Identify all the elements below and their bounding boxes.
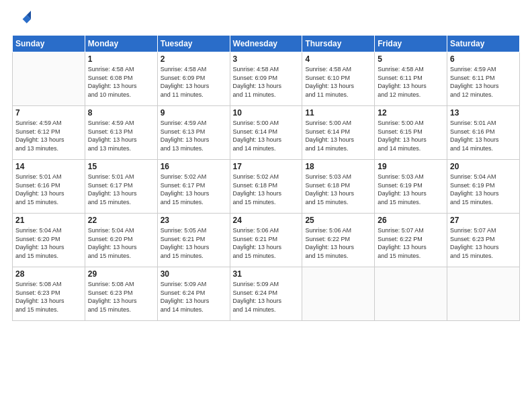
table-row: 6Sunrise: 4:59 AMSunset: 6:11 PMDaylight… [447,52,520,106]
table-row: 11Sunrise: 5:00 AMSunset: 6:14 PMDayligh… [302,106,375,160]
table-row: 30Sunrise: 5:09 AMSunset: 6:24 PMDayligh… [157,267,230,321]
day-number: 26 [378,216,444,225]
page-container: SundayMondayTuesdayWednesdayThursdayFrid… [0,0,532,411]
cell-info: Sunrise: 5:09 AMSunset: 6:24 PMDaylight:… [161,280,227,314]
header-cell-wednesday: Wednesday [230,36,302,52]
header-cell-sunday: Sunday [13,36,85,52]
week-row-0: 1Sunrise: 4:58 AMSunset: 6:08 PMDaylight… [13,52,520,106]
table-row: 16Sunrise: 5:02 AMSunset: 6:17 PMDayligh… [157,160,230,214]
cell-info: Sunrise: 4:59 AMSunset: 6:13 PMDaylight:… [88,119,154,152]
logo [12,11,34,30]
cell-info: Sunrise: 5:00 AMSunset: 6:15 PMDaylight:… [378,119,444,152]
table-row: 23Sunrise: 5:05 AMSunset: 6:21 PMDayligh… [157,214,230,267]
week-row-2: 14Sunrise: 5:01 AMSunset: 6:16 PMDayligh… [13,160,520,214]
cell-info: Sunrise: 5:01 AMSunset: 6:16 PMDaylight:… [450,119,517,152]
table-row: 5Sunrise: 4:58 AMSunset: 6:11 PMDaylight… [375,52,447,106]
cell-info: Sunrise: 5:01 AMSunset: 6:17 PMDaylight:… [88,173,154,206]
cell-info: Sunrise: 5:05 AMSunset: 6:21 PMDaylight:… [161,226,227,260]
table-row: 20Sunrise: 5:04 AMSunset: 6:19 PMDayligh… [447,160,520,214]
table-row: 9Sunrise: 4:59 AMSunset: 6:13 PMDaylight… [157,106,230,160]
table-row: 22Sunrise: 5:04 AMSunset: 6:20 PMDayligh… [85,214,157,267]
cell-info: Sunrise: 4:58 AMSunset: 6:10 PMDaylight:… [305,65,371,99]
table-row: 28Sunrise: 5:08 AMSunset: 6:23 PMDayligh… [13,267,85,321]
day-number: 1 [88,54,154,64]
day-number: 4 [305,54,371,64]
table-row [375,267,447,321]
table-row: 1Sunrise: 4:58 AMSunset: 6:08 PMDaylight… [85,52,157,106]
cell-info: Sunrise: 5:08 AMSunset: 6:23 PMDaylight:… [15,280,82,314]
cell-info: Sunrise: 5:03 AMSunset: 6:18 PMDaylight:… [305,173,371,206]
calendar-table: SundayMondayTuesdayWednesdayThursdayFrid… [12,35,520,321]
day-number: 29 [88,269,154,279]
table-row: 12Sunrise: 5:00 AMSunset: 6:15 PMDayligh… [375,106,447,160]
day-number: 21 [15,216,82,225]
cell-info: Sunrise: 5:09 AMSunset: 6:24 PMDaylight:… [233,280,300,314]
day-number: 23 [161,216,227,225]
cell-info: Sunrise: 5:07 AMSunset: 6:22 PMDaylight:… [378,226,444,260]
cell-info: Sunrise: 5:01 AMSunset: 6:16 PMDaylight:… [15,173,82,206]
header-cell-saturday: Saturday [447,36,520,52]
calendar-body: 1Sunrise: 4:58 AMSunset: 6:08 PMDaylight… [13,52,520,321]
table-row: 19Sunrise: 5:03 AMSunset: 6:19 PMDayligh… [375,160,447,214]
cell-info: Sunrise: 4:59 AMSunset: 6:13 PMDaylight:… [161,119,227,152]
table-row: 26Sunrise: 5:07 AMSunset: 6:22 PMDayligh… [375,214,447,267]
day-number: 20 [450,162,517,171]
day-number: 31 [233,269,300,279]
header-cell-tuesday: Tuesday [157,36,230,52]
cell-info: Sunrise: 5:06 AMSunset: 6:21 PMDaylight:… [233,226,300,260]
day-number: 5 [378,54,444,64]
table-row: 2Sunrise: 4:58 AMSunset: 6:09 PMDaylight… [157,52,230,106]
header [12,11,520,30]
day-number: 13 [450,108,517,118]
cell-info: Sunrise: 4:58 AMSunset: 6:11 PMDaylight:… [378,65,444,99]
table-row: 14Sunrise: 5:01 AMSunset: 6:16 PMDayligh… [13,160,85,214]
cell-info: Sunrise: 5:04 AMSunset: 6:20 PMDaylight:… [15,226,82,260]
week-row-3: 21Sunrise: 5:04 AMSunset: 6:20 PMDayligh… [13,214,520,267]
table-row: 21Sunrise: 5:04 AMSunset: 6:20 PMDayligh… [13,214,85,267]
table-row: 15Sunrise: 5:01 AMSunset: 6:17 PMDayligh… [85,160,157,214]
table-row: 3Sunrise: 4:58 AMSunset: 6:09 PMDaylight… [230,52,302,106]
day-number: 18 [305,162,371,171]
cell-info: Sunrise: 5:02 AMSunset: 6:17 PMDaylight:… [161,173,227,206]
cell-info: Sunrise: 5:04 AMSunset: 6:20 PMDaylight:… [88,226,154,260]
cell-info: Sunrise: 4:58 AMSunset: 6:09 PMDaylight:… [233,65,300,99]
day-number: 30 [161,269,227,279]
header-cell-friday: Friday [375,36,447,52]
week-row-1: 7Sunrise: 4:59 AMSunset: 6:12 PMDaylight… [13,106,520,160]
day-number: 6 [450,54,517,64]
table-row: 31Sunrise: 5:09 AMSunset: 6:24 PMDayligh… [230,267,302,321]
table-row: 13Sunrise: 5:01 AMSunset: 6:16 PMDayligh… [447,106,520,160]
table-row: 8Sunrise: 4:59 AMSunset: 6:13 PMDaylight… [85,106,157,160]
table-row: 17Sunrise: 5:02 AMSunset: 6:18 PMDayligh… [230,160,302,214]
cell-info: Sunrise: 4:58 AMSunset: 6:09 PMDaylight:… [161,65,227,99]
day-number: 8 [88,108,154,118]
day-number: 2 [161,54,227,64]
cell-info: Sunrise: 5:04 AMSunset: 6:19 PMDaylight:… [450,173,517,206]
table-row [302,267,375,321]
cell-info: Sunrise: 5:02 AMSunset: 6:18 PMDaylight:… [233,173,300,206]
day-number: 15 [88,162,154,171]
cell-info: Sunrise: 4:59 AMSunset: 6:12 PMDaylight:… [15,119,82,152]
day-number: 27 [450,216,517,225]
header-row: SundayMondayTuesdayWednesdayThursdayFrid… [13,36,520,52]
table-row: 18Sunrise: 5:03 AMSunset: 6:18 PMDayligh… [302,160,375,214]
table-row: 7Sunrise: 4:59 AMSunset: 6:12 PMDaylight… [13,106,85,160]
cell-info: Sunrise: 5:03 AMSunset: 6:19 PMDaylight:… [378,173,444,206]
cell-info: Sunrise: 5:07 AMSunset: 6:23 PMDaylight:… [450,226,517,260]
day-number: 28 [15,269,82,279]
table-row: 27Sunrise: 5:07 AMSunset: 6:23 PMDayligh… [447,214,520,267]
day-number: 22 [88,216,154,225]
cell-info: Sunrise: 4:58 AMSunset: 6:08 PMDaylight:… [88,65,154,99]
day-number: 11 [305,108,371,118]
day-number: 24 [233,216,300,225]
table-row [13,52,85,106]
day-number: 19 [378,162,444,171]
calendar-header: SundayMondayTuesdayWednesdayThursdayFrid… [13,36,520,52]
day-number: 12 [378,108,444,118]
table-row: 29Sunrise: 5:08 AMSunset: 6:23 PMDayligh… [85,267,157,321]
table-row: 24Sunrise: 5:06 AMSunset: 6:21 PMDayligh… [230,214,302,267]
table-row: 10Sunrise: 5:00 AMSunset: 6:14 PMDayligh… [230,106,302,160]
day-number: 10 [233,108,300,118]
day-number: 14 [15,162,82,171]
table-row [447,267,520,321]
